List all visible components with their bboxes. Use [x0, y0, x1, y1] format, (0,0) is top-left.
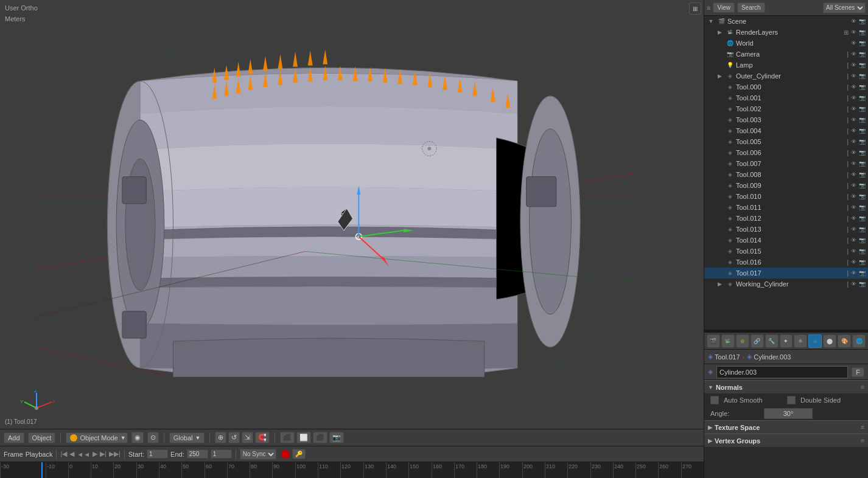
tool005-render[interactable]: 📷 — [858, 139, 866, 145]
next-frame-btn[interactable]: ▶| — [100, 450, 107, 458]
sync-dropdown[interactable]: No Sync — [240, 449, 276, 460]
tool000-render[interactable]: 📷 — [858, 84, 866, 90]
playback-label[interactable]: Playback — [26, 451, 53, 458]
render3-btn[interactable]: ⬛ — [313, 432, 327, 443]
viewport-shading-btn[interactable]: ◉ — [131, 432, 144, 443]
play-btn[interactable]: ▶ — [93, 450, 97, 458]
auto-key-btn[interactable]: 🔑 — [292, 449, 306, 459]
tool003-visibility[interactable]: 👁 — [850, 117, 857, 123]
outliner-item-tool016[interactable]: ◈ Tool.016 | 👁 📷 — [704, 257, 868, 268]
tool013-render[interactable]: 📷 — [858, 226, 866, 232]
object-name-link-btn[interactable]: F — [852, 367, 864, 377]
outliner-item-renderlayers[interactable]: ▶ 📽 RenderLayers ⊞ 👁 📷 — [704, 27, 868, 38]
outliner-item-tool009[interactable]: ◈ Tool.009 | 👁 📷 — [704, 180, 868, 191]
object-name-input[interactable] — [716, 366, 848, 378]
play-reverse-btn[interactable]: ◄◄ — [77, 451, 90, 458]
start-frame-input[interactable] — [147, 449, 168, 459]
mode-dropdown[interactable]: Object Mode ▼ — [66, 432, 127, 443]
prev-frame-btn[interactable]: ◀ — [69, 450, 74, 458]
prop-constraints-btn[interactable]: 🔗 — [751, 334, 764, 348]
tool015-render[interactable]: 📷 — [858, 248, 866, 254]
tool003-render[interactable]: 📷 — [858, 117, 866, 123]
tool002-render[interactable]: 📷 — [858, 106, 866, 112]
tool008-render[interactable]: 📷 — [858, 171, 866, 178]
outliner-item-tool013[interactable]: ◈ Tool.013 | 👁 📷 — [704, 224, 868, 235]
prop-data-btn[interactable]: ◈ — [808, 334, 822, 348]
tool014-render[interactable]: 📷 — [858, 237, 866, 243]
scale-tool-btn[interactable]: ⇲ — [242, 432, 253, 443]
renderlayers-render[interactable]: 📷 — [858, 29, 866, 35]
outliner-item-world[interactable]: 🌐 World 👁 📷 — [704, 38, 868, 49]
renderlayers-expand[interactable]: ▶ — [715, 28, 724, 36]
outliner-item-lamp[interactable]: 💡 Lamp | 👁 📷 — [704, 60, 868, 71]
outliner-item-tool004[interactable]: ◈ Tool.004 | 👁 📷 — [704, 125, 868, 136]
outer-cylinder-render[interactable]: 📷 — [858, 73, 866, 79]
snap-btn[interactable]: 🧲 — [255, 432, 270, 443]
scenes-dropdown[interactable]: All Scenes — [823, 2, 866, 13]
outliner-item-tool017[interactable]: ◈ Tool.017 | 👁 📷 — [704, 268, 868, 279]
camera-visibility[interactable]: 👁 — [850, 51, 857, 57]
outliner-item-tool014[interactable]: ◈ Tool.014 | 👁 📷 — [704, 235, 868, 246]
tool011-render[interactable]: 📷 — [858, 204, 866, 210]
outliner-item-tool006[interactable]: ◈ Tool.006 | 👁 📷 — [704, 147, 868, 158]
timeline-playhead[interactable] — [41, 462, 43, 478]
timeline-bar[interactable]: -30-100102030405060708090100110120130140… — [0, 462, 704, 478]
working-cylinder-expand[interactable]: ▶ — [715, 280, 724, 288]
prop-render-btn[interactable]: 📽 — [721, 334, 735, 348]
outliner-item-tool000[interactable]: ◈ Tool.000 | 👁 📷 — [704, 81, 868, 92]
outliner-item-tool011[interactable]: ◈ Tool.011 | 👁 📷 — [704, 202, 868, 213]
tool000-visibility[interactable]: 👁 — [850, 84, 857, 90]
add-menu[interactable]: Add — [4, 432, 24, 443]
prop-world-btn[interactable]: 🌐 — [852, 334, 866, 348]
viewport-overlay-btn[interactable]: ⊙ — [147, 432, 159, 443]
tool008-visibility[interactable]: 👁 — [850, 171, 857, 178]
tool002-visibility[interactable]: 👁 — [850, 106, 857, 112]
record-btn[interactable] — [281, 450, 290, 459]
outliner-item-tool001[interactable]: ◈ Tool.001 | 👁 📷 — [704, 92, 868, 103]
prop-object-btn[interactable]: ⊕ — [736, 334, 749, 348]
prop-physics-btn[interactable]: ⚛ — [794, 334, 807, 348]
outliner-item-tool002[interactable]: ◈ Tool.002 | 👁 📷 — [704, 103, 868, 114]
tool017-render[interactable]: 📷 — [858, 270, 866, 276]
scene-visibility[interactable]: 👁 — [850, 18, 857, 24]
camera-view-btn[interactable]: 📷 — [329, 432, 344, 443]
view-menu-btn[interactable]: View — [713, 2, 735, 13]
prop-scene-btn[interactable]: 🎬 — [707, 334, 720, 348]
angle-input[interactable] — [764, 408, 813, 419]
vertex-groups-section-header[interactable]: ▶ Vertex Groups ≡ — [704, 434, 868, 447]
normals-section-header[interactable]: ▼ Normals ≡ — [704, 380, 868, 393]
outliner-item-tool012[interactable]: ◈ Tool.012 | 👁 📷 — [704, 213, 868, 224]
tool011-visibility[interactable]: 👁 — [850, 204, 857, 210]
object-menu[interactable]: Object — [28, 432, 56, 443]
camera-render[interactable]: 📷 — [858, 51, 866, 57]
tool013-visibility[interactable]: 👁 — [850, 226, 857, 232]
tool012-render[interactable]: 📷 — [858, 215, 866, 221]
end-frame-input[interactable] — [187, 449, 208, 459]
outliner-item-outer-cylinder[interactable]: ▶ ◈ Outer_Cylinder | 👁 📷 — [704, 71, 868, 81]
tool004-render[interactable]: 📷 — [858, 128, 866, 134]
renderlayers-visibility[interactable]: 👁 — [850, 29, 857, 35]
tool016-visibility[interactable]: 👁 — [850, 259, 857, 265]
breadcrumb-item2[interactable]: ◈ Cylinder.003 — [747, 353, 791, 361]
tool010-render[interactable]: 📷 — [858, 193, 866, 199]
keyframe-start-btn[interactable]: |◀ — [60, 450, 67, 458]
prop-texture-btn[interactable]: 🎨 — [838, 334, 851, 348]
tool001-visibility[interactable]: 👁 — [850, 95, 857, 101]
outliner-item-tool007[interactable]: ◈ Tool.007 | 👁 📷 — [704, 158, 868, 169]
keyframe-end-btn[interactable]: ▶▶| — [109, 450, 121, 458]
world-render[interactable]: 📷 — [858, 40, 866, 46]
rotate-tool-btn[interactable]: ↺ — [228, 432, 240, 443]
outliner-item-tool003[interactable]: ◈ Tool.003 | 👁 📷 — [704, 114, 868, 125]
tool016-render[interactable]: 📷 — [858, 259, 866, 265]
prop-material-btn[interactable]: ⬤ — [823, 334, 836, 348]
current-frame-input[interactable] — [211, 449, 232, 459]
lamp-visibility[interactable]: 👁 — [850, 62, 857, 68]
vertex-groups-menu[interactable]: ≡ — [861, 437, 864, 444]
breadcrumb-item1[interactable]: ◈ Tool.017 — [708, 353, 740, 361]
texture-menu[interactable]: ≡ — [861, 424, 864, 431]
scene-expand[interactable]: ▼ — [707, 17, 715, 26]
outliner-item-camera[interactable]: 📷 Camera | 👁 📷 — [704, 49, 868, 60]
tool001-render[interactable]: 📷 — [858, 95, 866, 101]
tool014-visibility[interactable]: 👁 — [850, 237, 857, 243]
working-cylinder-render[interactable]: 📷 — [858, 281, 866, 287]
